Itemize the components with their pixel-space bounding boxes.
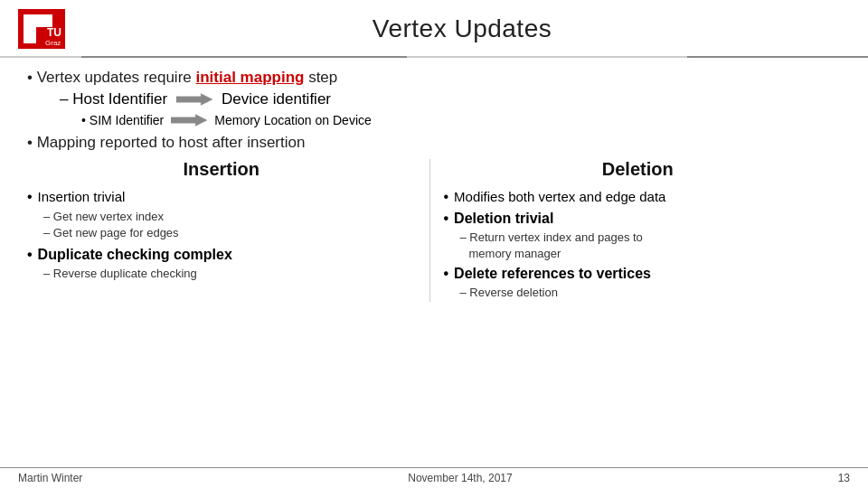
header-line-right [687, 56, 868, 58]
logo: TU Graz [18, 9, 65, 49]
page-title: Vertex Updates [83, 14, 841, 43]
deletion-bullet2-row: • Deletion trivial [444, 211, 833, 227]
svg-text:Graz: Graz [45, 39, 61, 47]
deletion-bullet1-row: • Modifies both vertex and edge data [444, 189, 833, 205]
insertion-column: Insertion • Insertion trivial – Get new … [27, 159, 425, 302]
sim-identifier-label: • SIM Identifier [81, 113, 164, 127]
duplicate-checking-text: Duplicate checking complex [38, 247, 232, 263]
svg-text:TU: TU [47, 26, 61, 39]
svg-marker-4 [176, 94, 212, 106]
header-line-left [81, 56, 407, 58]
fat-arrow-1 [176, 91, 212, 108]
bullet2-text: Mapping reported to host after insertion [37, 134, 306, 151]
main-content: • Vertex updates require initial mapping… [0, 58, 868, 307]
footer-author: Martin Winter [18, 472, 82, 484]
column-divider [429, 159, 430, 302]
host-identifier: – Host Identifier [60, 90, 167, 108]
deletion-dot2: • [444, 211, 449, 227]
bullet-section-1: • Vertex updates require initial mapping… [27, 69, 841, 128]
memory-location-label: Memory Location on Device [214, 113, 372, 127]
deletion-sub1: – Return vertex index and pages to [460, 230, 833, 244]
deletion-sub3: – Reverse deletion [460, 286, 833, 299]
header: TU Graz Vertex Updates [0, 0, 868, 58]
insertion-bullet2-row: • Duplicate checking complex [27, 247, 416, 263]
deletion-bullet3-row: • Delete references to vertices [444, 266, 833, 282]
deletion-trivial-text: Deletion trivial [454, 211, 553, 227]
insertion-sub2: – Get new page for edges [43, 226, 416, 239]
bullet1-highlight: initial mapping [195, 69, 304, 86]
svg-rect-1 [24, 14, 52, 27]
host-device-line: – Host Identifier Device identifier [60, 90, 841, 108]
insertion-sub3: – Reverse duplicate checking [43, 267, 416, 280]
footer-date: November 14th, 2017 [408, 472, 512, 484]
two-column-section: Insertion • Insertion trivial – Get new … [27, 159, 841, 302]
bullet1-rest: step [304, 69, 337, 86]
footer-page-number: 13 [838, 472, 850, 484]
deletion-header: Deletion [444, 159, 833, 180]
modifies-vertex-text: Modifies both vertex and edge data [454, 189, 665, 204]
tu-graz-logo-svg: TU Graz [18, 9, 65, 49]
insertion-sub1: – Get new vertex index [43, 210, 416, 223]
svg-marker-5 [171, 115, 207, 127]
bullet2: • Mapping reported to host after inserti… [27, 134, 841, 152]
insertion-dot1: • [27, 189, 33, 205]
logo-box: TU Graz [18, 9, 65, 49]
deletion-sub2: memory manager [469, 247, 833, 260]
device-identifier: Device identifier [222, 90, 331, 108]
insertion-dot2: • [27, 247, 33, 263]
fat-arrow-2 [171, 112, 207, 128]
footer: Martin Winter November 14th, 2017 13 [0, 467, 868, 488]
sim-line: • SIM Identifier Memory Location on Devi… [81, 112, 841, 128]
deletion-dot1: • [444, 189, 449, 205]
insertion-header: Insertion [27, 159, 416, 180]
insertion-bullet1-row: • Insertion trivial [27, 189, 416, 205]
bullet1-prefix: Vertex updates require [37, 69, 196, 86]
delete-references-text: Delete references to vertices [454, 266, 651, 282]
insertion-trivial-text: Insertion trivial [38, 189, 126, 204]
deletion-dot3: • [444, 266, 449, 282]
bullet1: • Vertex updates require initial mapping… [27, 69, 841, 87]
deletion-column: Deletion • Modifies both vertex and edge… [435, 159, 842, 302]
